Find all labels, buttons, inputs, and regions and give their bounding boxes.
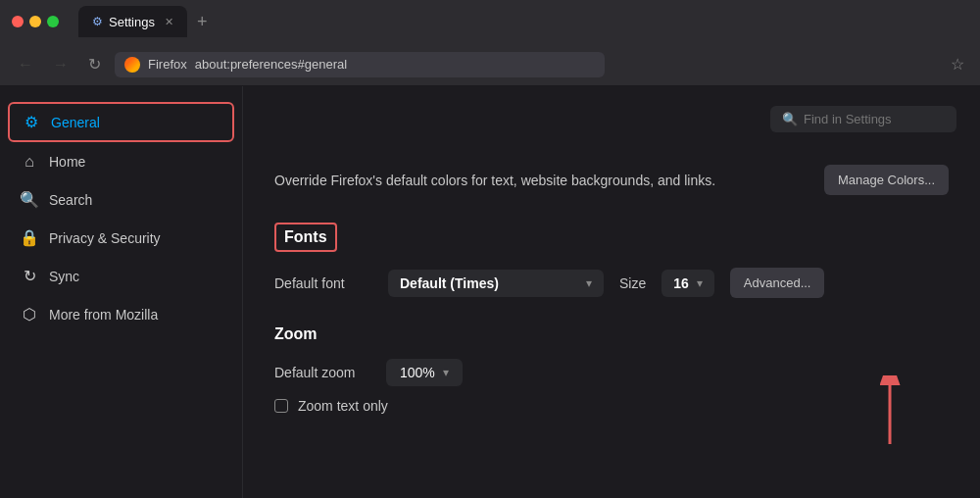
manage-colors-button[interactable]: Manage Colors... bbox=[824, 165, 949, 195]
sidebar-item-home-label: Home bbox=[49, 154, 85, 170]
advanced-button[interactable]: Advanced... bbox=[730, 268, 825, 298]
fonts-section: Fonts Default font Default (Times) ▾ Siz… bbox=[274, 223, 949, 298]
home-icon: ⌂ bbox=[20, 153, 39, 171]
sidebar-item-search-label: Search bbox=[49, 192, 92, 208]
default-zoom-label: Default zoom bbox=[274, 365, 372, 380]
font-row: Default font Default (Times) ▾ Size 16 ▾… bbox=[274, 268, 949, 298]
default-zoom-dropdown[interactable]: 100% ▾ bbox=[386, 359, 463, 386]
font-dropdown-chevron: ▾ bbox=[586, 276, 592, 290]
new-tab-button[interactable]: + bbox=[191, 12, 214, 32]
settings-tab-label: Settings bbox=[109, 15, 155, 29]
default-font-value: Default (Times) bbox=[400, 275, 578, 291]
find-search-icon: 🔍 bbox=[782, 112, 798, 126]
minimize-window-button[interactable] bbox=[29, 16, 41, 27]
back-button[interactable]: ← bbox=[12, 52, 39, 77]
size-label: Size bbox=[619, 275, 646, 291]
size-dropdown-chevron: ▾ bbox=[697, 276, 703, 290]
default-font-dropdown[interactable]: Default (Times) ▾ bbox=[388, 270, 604, 297]
search-icon: 🔍 bbox=[20, 190, 39, 209]
maximize-window-button[interactable] bbox=[47, 16, 59, 27]
default-zoom-value: 100% bbox=[400, 365, 435, 380]
toolbar: ← → ↻ Firefox about:preferences#general … bbox=[0, 43, 980, 86]
tab-close-button[interactable]: ✕ bbox=[165, 16, 173, 28]
sidebar-item-privacy-label: Privacy & Security bbox=[49, 230, 161, 246]
main-layout: ⚙ General ⌂ Home 🔍 Search 🔒 Privacy & Se… bbox=[0, 86, 980, 498]
content-area: 🔍 Override Firefox's default colors for … bbox=[243, 86, 980, 498]
fonts-section-title: Fonts bbox=[274, 223, 337, 252]
browser-label: Firefox bbox=[148, 57, 187, 72]
mozilla-icon: ⬡ bbox=[20, 305, 39, 324]
sidebar-item-general-label: General bbox=[51, 115, 100, 130]
zoom-section-title: Zoom bbox=[274, 325, 949, 343]
gear-icon: ⚙ bbox=[22, 113, 41, 131]
zoom-dropdown-chevron: ▾ bbox=[443, 366, 449, 379]
traffic-lights bbox=[12, 16, 59, 27]
sidebar-item-mozilla[interactable]: ⬡ More from Mozilla bbox=[8, 296, 234, 332]
size-value: 16 bbox=[673, 275, 689, 291]
titlebar: ⚙ Settings ✕ + bbox=[0, 0, 980, 43]
bookmark-button[interactable]: ☆ bbox=[947, 51, 968, 77]
settings-tab[interactable]: ⚙ Settings ✕ bbox=[78, 6, 187, 37]
find-in-settings-bar[interactable]: 🔍 bbox=[770, 106, 956, 132]
sidebar-item-home[interactable]: ⌂ Home bbox=[8, 144, 234, 179]
settings-tab-icon: ⚙ bbox=[92, 15, 103, 28]
refresh-button[interactable]: ↻ bbox=[82, 51, 107, 77]
sidebar-item-sync-label: Sync bbox=[49, 269, 79, 284]
colors-description: Override Firefox's default colors for te… bbox=[274, 173, 808, 188]
sidebar-item-mozilla-label: More from Mozilla bbox=[49, 307, 158, 323]
sidebar-item-privacy[interactable]: 🔒 Privacy & Security bbox=[8, 220, 234, 256]
sidebar-item-sync[interactable]: ↻ Sync bbox=[8, 258, 234, 294]
url-text: about:preferences#general bbox=[195, 57, 347, 72]
zoom-section: Zoom Default zoom 100% ▾ Zoom text only bbox=[274, 325, 949, 414]
colors-section: Override Firefox's default colors for te… bbox=[274, 165, 949, 195]
firefox-icon bbox=[124, 57, 140, 73]
zoom-text-only-checkbox[interactable] bbox=[274, 399, 288, 413]
zoom-row: Default zoom 100% ▾ bbox=[274, 359, 949, 386]
tab-bar: ⚙ Settings ✕ + bbox=[78, 6, 214, 37]
sync-icon: ↻ bbox=[20, 267, 39, 285]
close-window-button[interactable] bbox=[12, 16, 24, 27]
lock-icon: 🔒 bbox=[20, 228, 39, 247]
sidebar-item-general[interactable]: ⚙ General bbox=[8, 102, 234, 142]
find-in-settings-input[interactable] bbox=[804, 112, 945, 126]
default-font-label: Default font bbox=[274, 275, 372, 291]
sidebar-item-search[interactable]: 🔍 Search bbox=[8, 181, 234, 218]
zoom-text-only-row: Zoom text only bbox=[274, 398, 949, 414]
forward-button[interactable]: → bbox=[47, 52, 74, 77]
size-dropdown[interactable]: 16 ▾ bbox=[662, 270, 714, 297]
address-bar[interactable]: Firefox about:preferences#general bbox=[115, 52, 605, 77]
zoom-text-only-label: Zoom text only bbox=[298, 398, 388, 414]
sidebar: ⚙ General ⌂ Home 🔍 Search 🔒 Privacy & Se… bbox=[0, 86, 243, 498]
